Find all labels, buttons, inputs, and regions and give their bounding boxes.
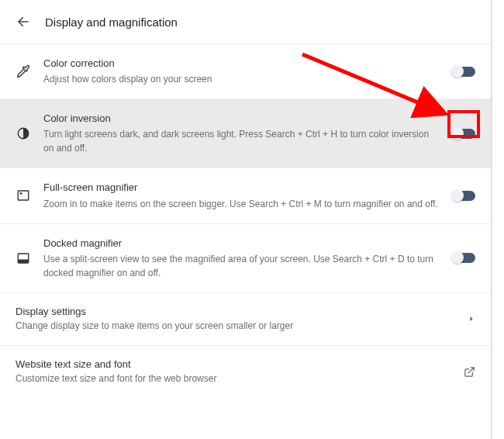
row-text: Color correction Adjust how colors displ…: [43, 57, 440, 86]
eyedropper-icon: [16, 64, 31, 78]
link-display-settings[interactable]: Display settings Change display size to …: [0, 292, 491, 345]
fullscreen-magnifier-toggle[interactable]: [452, 191, 475, 201]
row-title: Docked magnifier: [43, 237, 440, 251]
page-header: Display and magnification: [0, 0, 491, 43]
link-website-text[interactable]: Website text size and font Customize tex…: [0, 345, 491, 398]
back-button[interactable]: [16, 14, 31, 29]
row-text: Color inversion Turn light screens dark,…: [43, 112, 440, 155]
external-link-icon: [464, 366, 475, 378]
row-title: Website text size and font: [16, 358, 454, 370]
svg-rect-5: [18, 259, 29, 263]
page-title: Display and magnification: [45, 16, 178, 29]
row-desc: Customize text size and font for the web…: [16, 372, 454, 385]
row-title: Full-screen magnifier: [43, 181, 440, 195]
row-fullscreen-magnifier[interactable]: Full-screen magnifier Zoom in to make it…: [0, 168, 491, 223]
arrow-left-icon: [16, 15, 30, 29]
row-title: Display settings: [16, 306, 458, 317]
color-correction-toggle[interactable]: [452, 67, 475, 77]
row-text: Website text size and font Customize tex…: [16, 358, 454, 385]
row-text: Docked magnifier Use a split-screen view…: [43, 237, 440, 280]
settings-page: Display and magnification Color correcti…: [0, 0, 492, 439]
row-desc: Zoom in to make items on the screen bigg…: [43, 197, 440, 211]
row-color-correction[interactable]: Color correction Adjust how colors displ…: [0, 43, 491, 99]
svg-rect-2: [18, 191, 29, 200]
color-inversion-toggle[interactable]: [452, 129, 475, 139]
row-desc: Use a split-screen view to see the magni…: [43, 252, 440, 280]
row-desc: Change display size to make items on you…: [16, 319, 458, 333]
docked-magnifier-toggle[interactable]: [452, 253, 475, 263]
row-title: Color correction: [43, 57, 440, 71]
row-docked-magnifier[interactable]: Docked magnifier Use a split-screen view…: [0, 223, 491, 292]
chevron-right-icon: [468, 315, 475, 323]
fullscreen-icon: [16, 188, 31, 202]
row-desc: Adjust how colors display on your screen: [43, 72, 440, 86]
row-title: Color inversion: [43, 112, 440, 126]
svg-rect-3: [20, 193, 22, 195]
svg-line-6: [468, 368, 474, 373]
row-text: Full-screen magnifier Zoom in to make it…: [43, 181, 440, 210]
row-color-inversion[interactable]: Color inversion Turn light screens dark,…: [0, 99, 491, 168]
contrast-icon: [16, 126, 31, 140]
docked-icon: [16, 251, 31, 265]
row-desc: Turn light screens dark, and dark screen…: [43, 127, 440, 155]
row-text: Display settings Change display size to …: [16, 306, 458, 333]
